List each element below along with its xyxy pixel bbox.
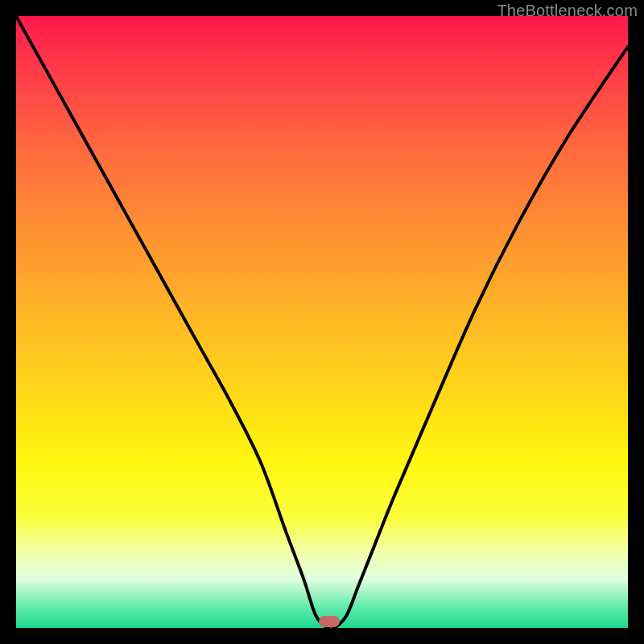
plot-area: [16, 16, 628, 628]
watermark-text: TheBottleneck.com: [497, 2, 638, 20]
bottleneck-marker: [319, 616, 340, 627]
chart-frame: TheBottleneck.com: [0, 0, 644, 644]
curve-svg: [16, 16, 628, 628]
bottleneck-curve: [16, 16, 628, 628]
